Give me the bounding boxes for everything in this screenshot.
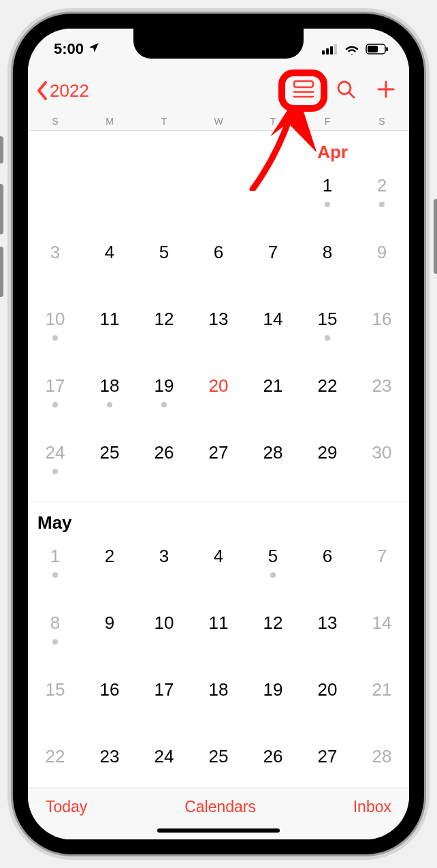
day-number: 7 [355, 546, 409, 567]
day-number: 20 [300, 679, 355, 700]
day-number: 30 [355, 442, 409, 463]
bottom-toolbar: Today Calendars Inbox [28, 788, 409, 839]
day-cell[interactable]: 23 [355, 367, 409, 434]
search-button[interactable] [336, 79, 356, 102]
day-number: 18 [191, 679, 246, 700]
day-number: 24 [137, 746, 191, 767]
day-cell[interactable]: 14 [246, 300, 300, 367]
day-cell[interactable]: 21 [355, 671, 409, 738]
day-cell[interactable]: 9 [355, 234, 409, 300]
day-cell[interactable]: 10 [28, 300, 82, 367]
add-event-button[interactable] [376, 80, 395, 102]
day-cell[interactable]: 25 [191, 738, 246, 792]
day-cell[interactable]: 11 [191, 604, 246, 671]
day-cell[interactable]: 3 [137, 538, 191, 604]
day-cell[interactable]: 19 [246, 671, 300, 738]
day-cell[interactable]: 19 [137, 367, 191, 434]
list-view-button[interactable] [292, 79, 315, 102]
day-cell[interactable]: 7 [355, 538, 409, 604]
day-cell [191, 167, 246, 234]
svg-rect-3 [334, 44, 337, 55]
inbox-button[interactable]: Inbox [353, 798, 391, 816]
event-dot-icon [270, 572, 276, 578]
notch [133, 29, 304, 59]
day-cell[interactable]: 28 [246, 434, 300, 501]
day-cell[interactable]: 5 [137, 234, 191, 300]
day-cell[interactable]: 21 [246, 367, 300, 434]
day-cell[interactable]: 27 [300, 738, 355, 792]
day-cell[interactable]: 20 [191, 367, 246, 434]
day-cell[interactable]: 15 [28, 671, 82, 738]
day-number: 3 [28, 242, 82, 263]
day-cell[interactable]: 28 [355, 738, 409, 792]
day-cell[interactable]: 24 [28, 434, 82, 501]
day-cell[interactable]: 29 [300, 434, 355, 501]
day-cell[interactable]: 17 [28, 367, 82, 434]
status-time: 5:00 [54, 40, 84, 58]
day-number: 16 [82, 679, 137, 700]
battery-icon [366, 44, 389, 55]
day-cell[interactable]: 13 [191, 300, 246, 367]
day-cell[interactable]: 22 [300, 367, 355, 434]
day-number: 9 [82, 613, 137, 634]
day-number: 28 [246, 442, 300, 463]
day-cell[interactable]: 13 [300, 604, 355, 671]
day-cell[interactable]: 6 [191, 234, 246, 300]
day-cell[interactable]: 8 [300, 234, 355, 300]
day-number: 28 [355, 746, 409, 767]
day-cell[interactable]: 24 [137, 738, 191, 792]
day-cell[interactable]: 2 [82, 538, 137, 604]
screen: 5:00 [28, 29, 409, 839]
day-cell[interactable]: 15 [300, 300, 355, 367]
day-cell [246, 167, 300, 234]
day-cell[interactable]: 14 [355, 604, 409, 671]
day-number: 10 [137, 613, 191, 634]
svg-rect-1 [326, 48, 329, 55]
day-number: 21 [246, 375, 300, 397]
day-cell[interactable]: 12 [137, 300, 191, 367]
day-number: 24 [28, 442, 82, 463]
svg-rect-5 [368, 46, 378, 52]
day-number: 2 [355, 175, 409, 196]
day-cell[interactable]: 18 [191, 671, 246, 738]
today-button[interactable]: Today [46, 798, 87, 816]
day-cell[interactable]: 16 [82, 671, 137, 738]
day-cell[interactable]: 25 [82, 434, 137, 501]
day-cell[interactable]: 26 [137, 434, 191, 501]
back-label: 2022 [50, 80, 89, 102]
day-cell[interactable]: 8 [28, 604, 82, 671]
day-cell[interactable]: 1 [300, 167, 355, 234]
event-dot-icon [52, 469, 58, 474]
day-cell[interactable]: 17 [137, 671, 191, 738]
svg-line-11 [349, 93, 354, 97]
day-cell[interactable]: 16 [355, 300, 409, 367]
day-cell[interactable]: 12 [246, 604, 300, 671]
day-cell[interactable]: 30 [355, 434, 409, 501]
day-cell[interactable]: 23 [82, 738, 137, 792]
day-cell[interactable]: 7 [246, 234, 300, 300]
day-cell[interactable]: 11 [82, 300, 137, 367]
day-number: 10 [28, 309, 82, 330]
back-button[interactable]: 2022 [36, 80, 89, 102]
day-cell[interactable]: 27 [191, 434, 246, 501]
day-cell[interactable]: 3 [28, 234, 82, 300]
day-number: 23 [82, 746, 137, 767]
day-cell[interactable]: 2 [355, 167, 409, 234]
day-cell[interactable]: 4 [191, 538, 246, 604]
day-cell[interactable]: 6 [300, 538, 355, 604]
day-cell[interactable]: 26 [246, 738, 300, 792]
day-cell[interactable]: 4 [82, 234, 137, 300]
day-cell[interactable]: 20 [300, 671, 355, 738]
day-number: 5 [246, 546, 300, 567]
search-icon [336, 79, 356, 102]
day-cell[interactable]: 5 [246, 538, 300, 604]
day-cell[interactable]: 18 [82, 367, 137, 434]
calendars-button[interactable]: Calendars [184, 798, 256, 816]
day-cell[interactable]: 1 [28, 538, 82, 604]
event-dot-icon [52, 572, 58, 578]
event-dot-icon [107, 402, 112, 407]
day-cell[interactable]: 9 [82, 604, 137, 671]
calendar-scroll[interactable]: Apr 123456789101112131415161718192021222… [28, 131, 409, 792]
day-cell[interactable]: 10 [137, 604, 191, 671]
day-cell[interactable]: 22 [28, 738, 82, 792]
